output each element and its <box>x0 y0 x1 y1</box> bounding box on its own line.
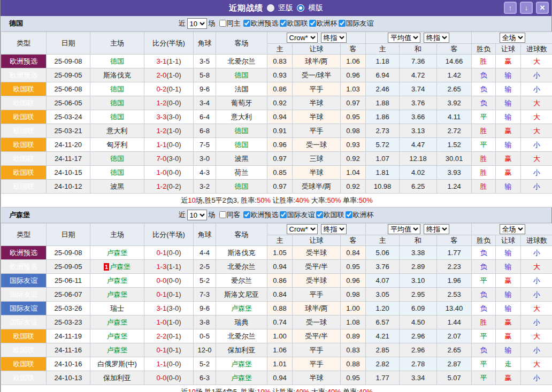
home-team: 保加利亚 <box>103 374 131 382</box>
handicap-result-cell: 输 <box>496 82 521 96</box>
away-team-cell: 荷兰 <box>216 166 267 180</box>
goals-result-cell: 小 <box>521 371 552 385</box>
vertical-layout-label[interactable]: 竖版 <box>278 3 293 13</box>
avg-away-cell: 4.11 <box>437 110 472 124</box>
league-filter[interactable]: 国际友谊 <box>279 211 315 219</box>
league-checkbox[interactable] <box>309 20 316 27</box>
league-filter[interactable]: 欧国联 <box>279 19 308 27</box>
scope-select[interactable]: 全场 <box>500 33 525 43</box>
corner-cell: 5-2 <box>194 357 216 371</box>
handicap-result-cell: 输 <box>496 180 521 194</box>
corner-cell: 3-4 <box>194 96 216 110</box>
scope-group: 全场 <box>472 32 552 44</box>
col-home: 主场 <box>90 224 144 246</box>
league-type-cell: 欧国联 <box>1 329 47 343</box>
close-icon: ✕ <box>540 4 546 11</box>
match-row: 欧洲预选 25-09-05 斯洛伐克 2-0(1-0) 5-8 德国 0.93 … <box>1 68 552 82</box>
col-score: 比分(半场) <box>144 32 194 55</box>
corner-cell: 5-8 <box>194 68 216 82</box>
home-team-cell: 白俄罗斯(中) <box>90 357 144 371</box>
bookmaker-select[interactable]: Crow* <box>287 224 318 234</box>
league-checkbox[interactable] <box>316 211 323 218</box>
away-team: 德国 <box>235 127 249 135</box>
half-score: (0-1) <box>166 290 181 298</box>
same-venue-filter[interactable]: 同主 <box>217 19 241 28</box>
average-stage-select[interactable]: 终指 <box>424 33 449 43</box>
same-venue-filter[interactable]: 同客 <box>217 210 241 220</box>
rank-badge: 1 <box>104 263 109 271</box>
home-team-cell: 意大利 <box>90 124 144 138</box>
score-cell: 0-1(0-1) <box>144 288 194 302</box>
league-checkbox[interactable] <box>339 20 346 27</box>
germany-rows: 欧洲预选 25-09-08 德国 3-1(1-1) 3-5 北爱尔兰 0.83 … <box>1 55 552 194</box>
corner-cell: 3-5 <box>194 55 216 68</box>
bookmaker-select[interactable]: Crow* <box>287 33 318 43</box>
scope-select[interactable]: 全场 <box>500 224 525 234</box>
league-filter[interactable]: 欧洲杯 <box>308 19 338 27</box>
home-team-cell: 斯洛伐克 <box>90 68 144 82</box>
corner-cell: 9-6 <box>194 82 216 96</box>
league-filter[interactable]: 国际友谊 <box>338 19 374 27</box>
league-filter[interactable]: 欧洲杯 <box>344 211 374 219</box>
team-name: 德国 <box>9 19 23 28</box>
away-odds-cell: 0.96 <box>341 274 366 288</box>
avg-home-cell: 2.46 <box>366 82 400 96</box>
home-team: 德国 <box>110 57 124 65</box>
away-team-cell: 德国 <box>216 68 267 82</box>
handicap-result-cell: 输 <box>496 260 521 274</box>
full-score: 0-1 <box>156 346 166 354</box>
move-up-button[interactable]: ↑ <box>504 2 517 14</box>
recent-label: 近 <box>179 19 186 28</box>
recent-count-select[interactable]: 10 <box>187 210 207 220</box>
away-odds-cell: 0.98 <box>341 288 366 302</box>
handicap-cell: 半球 <box>293 110 341 124</box>
odds-stage-select[interactable]: 终指 <box>321 33 347 43</box>
avg-draw-cell: 3.34 <box>400 371 437 385</box>
away-odds-cell: 1.08 <box>341 316 366 329</box>
away-odds-cell: 0.89 <box>341 329 366 343</box>
home-odds-cell: 0.96 <box>267 138 293 152</box>
avg-away-cell: 2.72 <box>437 124 472 138</box>
col-score: 比分(半场) <box>144 224 194 246</box>
luxembourg-section: 卢森堡 近 10 场 同客 欧洲预选国际友谊欧国联欧洲杯 类型 日期 主场 <box>1 207 551 392</box>
avg-away-cell: 1.52 <box>437 138 472 152</box>
league-checkbox[interactable] <box>243 20 250 27</box>
odds-stage-select[interactable]: 终指 <box>321 224 347 234</box>
date-cell: 25-09-08 <box>47 246 90 260</box>
recent-count-select[interactable]: 10 <box>187 18 207 29</box>
horizontal-layout-radio[interactable] <box>297 4 304 12</box>
league-type-cell: 国际友谊 <box>1 274 47 288</box>
vertical-layout-radio[interactable] <box>267 4 274 12</box>
avg-away-cell: 14.66 <box>437 55 472 68</box>
average-stage-select[interactable]: 终指 <box>424 224 449 234</box>
home-team-cell: 卢森堡 <box>90 343 144 357</box>
close-button[interactable]: ✕ <box>536 2 549 14</box>
league-checkbox[interactable] <box>280 211 287 218</box>
handicap-result-cell: 赢 <box>496 55 521 68</box>
average-select[interactable]: 平均值 <box>388 224 420 234</box>
match-row: 欧国联 24-11-19 卢森堡 2-2(0-1) 0-5 北爱尔兰 1.00 … <box>1 329 552 343</box>
handicap-result-cell: 赢 <box>496 371 521 385</box>
away-team: 北爱尔兰 <box>228 263 256 271</box>
league-filter[interactable]: 欧洲预选 <box>242 19 279 27</box>
move-down-button[interactable]: ↓ <box>520 2 533 14</box>
avg-home-cell: 6.94 <box>366 68 400 82</box>
average-select[interactable]: 平均值 <box>388 33 420 43</box>
league-checkbox[interactable] <box>243 211 250 218</box>
away-team: 卢森堡 <box>231 360 252 368</box>
league-type-cell: 国际友谊 <box>1 288 47 302</box>
league-type-cell: 国际友谊 <box>1 316 47 329</box>
col-date: 日期 <box>47 32 90 55</box>
horizontal-layout-label[interactable]: 横版 <box>308 3 323 13</box>
same-venue-checkbox[interactable] <box>219 211 226 218</box>
home-team: 卢森堡 <box>107 332 128 340</box>
panel-title: 近期战绩 <box>229 3 263 13</box>
avg-draw-cell: 3.66 <box>400 110 437 124</box>
same-venue-checkbox[interactable] <box>219 20 226 27</box>
subcol-hc-result: 让球 <box>496 44 521 55</box>
home-team-cell: 德国 <box>90 55 144 68</box>
league-checkbox[interactable] <box>346 211 352 218</box>
league-filter[interactable]: 欧洲预选 <box>242 211 279 219</box>
league-filter[interactable]: 欧国联 <box>315 211 344 219</box>
league-checkbox[interactable] <box>280 20 287 27</box>
